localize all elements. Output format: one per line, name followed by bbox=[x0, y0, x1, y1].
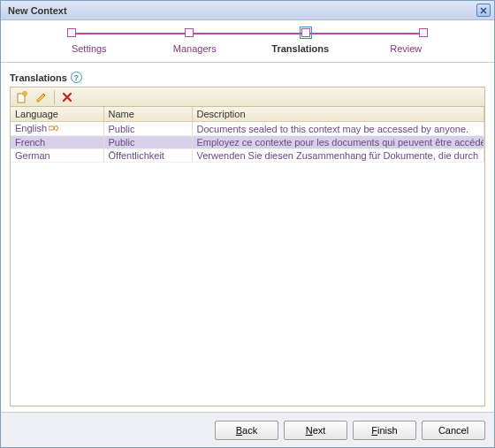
wizard-steps: Settings Managers Translations Review bbox=[1, 20, 494, 63]
section-title-row: Translations ? bbox=[10, 72, 485, 83]
close-button[interactable] bbox=[476, 4, 491, 17]
table-row[interactable]: FrenchPublicEmployez ce contexte pour le… bbox=[11, 136, 484, 149]
footer: Back Next Finish Cancel bbox=[1, 412, 494, 447]
default-language-icon bbox=[49, 124, 59, 134]
pencil-icon bbox=[35, 91, 48, 103]
col-language[interactable]: Language bbox=[11, 107, 103, 122]
step-label-managers[interactable]: Managers bbox=[142, 43, 248, 54]
next-label: ext bbox=[313, 425, 326, 436]
titlebar: New Context bbox=[1, 1, 494, 20]
toolbar bbox=[10, 87, 485, 106]
cell-description: Documents sealed to this context may be … bbox=[192, 122, 484, 136]
cell-name: Public bbox=[103, 136, 192, 149]
cell-language: German bbox=[11, 149, 103, 163]
col-name[interactable]: Name bbox=[103, 107, 192, 122]
finish-label: inish bbox=[377, 425, 398, 436]
grid[interactable]: Language Name Description EnglishPublicD… bbox=[10, 106, 485, 406]
cell-description: Verwenden Sie diesen Zusammenhang für Do… bbox=[192, 149, 484, 163]
step-label-settings[interactable]: Settings bbox=[36, 43, 142, 54]
svg-rect-2 bbox=[49, 126, 54, 130]
step-label-review[interactable]: Review bbox=[354, 43, 460, 54]
toolbar-separator bbox=[54, 90, 55, 104]
finish-button[interactable]: Finish bbox=[353, 421, 416, 440]
step-node-review[interactable] bbox=[419, 28, 428, 37]
section-title: Translations bbox=[10, 72, 67, 83]
help-icon[interactable]: ? bbox=[71, 72, 82, 83]
dialog-title: New Context bbox=[8, 5, 67, 16]
dialog: New Context Settings Managers Translatio… bbox=[0, 0, 495, 448]
edit-button[interactable] bbox=[33, 89, 50, 105]
step-node-managers[interactable] bbox=[185, 28, 194, 37]
table-row[interactable]: GermanÖffentlichkeitVerwenden Sie diesen… bbox=[11, 149, 484, 163]
cell-description: Employez ce contexte pour les documents … bbox=[192, 136, 484, 149]
col-description[interactable]: Description bbox=[192, 107, 484, 122]
back-button[interactable]: Back bbox=[215, 421, 278, 440]
new-icon bbox=[16, 91, 28, 103]
body: Translations ? bbox=[1, 63, 494, 412]
step-node-translations[interactable] bbox=[301, 28, 310, 37]
next-button[interactable]: Next bbox=[284, 421, 347, 440]
cell-name: Public bbox=[103, 122, 192, 136]
cancel-button[interactable]: Cancel bbox=[422, 421, 485, 440]
delete-icon bbox=[62, 92, 72, 103]
table-row[interactable]: EnglishPublicDocuments sealed to this co… bbox=[11, 122, 484, 136]
step-label-translations[interactable]: Translations bbox=[248, 43, 354, 54]
cell-name: Öffentlichkeit bbox=[103, 149, 192, 163]
cell-language: English bbox=[11, 122, 103, 136]
step-node-settings[interactable] bbox=[67, 28, 76, 37]
cell-language: French bbox=[11, 136, 103, 149]
back-label: ack bbox=[242, 425, 257, 436]
header-row: Language Name Description bbox=[11, 107, 484, 122]
delete-button[interactable] bbox=[58, 89, 76, 105]
new-button[interactable] bbox=[13, 89, 31, 105]
cancel-label: Cancel bbox=[438, 425, 468, 436]
close-icon bbox=[480, 7, 487, 14]
